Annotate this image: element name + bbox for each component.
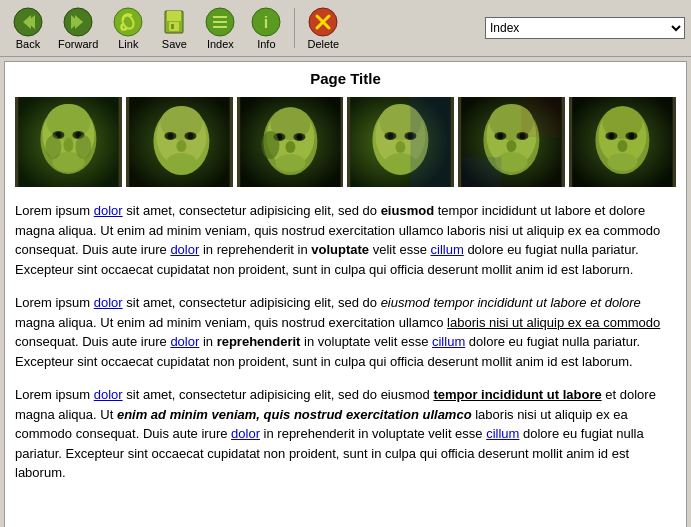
para2-italic1: eiusmod tempor incididunt ut labore et d… (381, 295, 641, 310)
para3-link1[interactable]: dolor (94, 387, 123, 402)
face-image-3 (237, 97, 344, 187)
index-dropdown: Index (485, 17, 685, 39)
svg-point-92 (608, 153, 638, 171)
para1-link1[interactable]: dolor (94, 203, 123, 218)
para2-link1[interactable]: dolor (94, 295, 123, 310)
face-image-6 (569, 97, 676, 187)
para2-bold1: reprehenderit (217, 334, 301, 349)
face-image-4 (347, 97, 454, 187)
svg-rect-80 (462, 157, 502, 187)
index-icon (204, 6, 236, 38)
toolbar: Back Forward Link (0, 0, 691, 57)
toolbar-separator (294, 8, 295, 48)
svg-rect-68 (411, 97, 451, 187)
info-button[interactable]: i Info (244, 4, 288, 52)
svg-rect-9 (167, 11, 181, 21)
svg-point-90 (629, 133, 635, 139)
face-image-5 (458, 97, 565, 187)
svg-point-6 (114, 8, 142, 36)
delete-label: Delete (307, 38, 339, 50)
svg-point-66 (396, 141, 406, 153)
svg-point-91 (618, 140, 628, 152)
save-button[interactable]: Save (152, 4, 196, 52)
save-label: Save (162, 38, 187, 50)
delete-button[interactable]: Delete (301, 4, 345, 52)
index-button[interactable]: Index (198, 4, 242, 52)
para1-bold2: voluptate (311, 242, 369, 257)
svg-rect-13 (213, 16, 227, 18)
svg-point-76 (498, 133, 504, 139)
svg-rect-14 (213, 21, 227, 23)
svg-point-42 (187, 133, 193, 139)
back-icon (12, 6, 44, 38)
info-icon: i (250, 6, 282, 38)
paragraph-1: Lorem ipsum dolor sit amet, consectetur … (15, 201, 676, 279)
para1-link3[interactable]: cillum (431, 242, 464, 257)
para3-link2[interactable]: dolor (231, 426, 260, 441)
link-label: Link (118, 38, 138, 50)
svg-point-43 (176, 140, 186, 152)
svg-point-44 (166, 153, 196, 171)
para1-bold1: eiusmod (381, 203, 434, 218)
svg-point-56 (261, 131, 279, 159)
index-label: Index (207, 38, 234, 50)
svg-point-55 (275, 154, 305, 172)
svg-point-78 (507, 140, 517, 152)
back-button[interactable]: Back (6, 4, 50, 52)
svg-point-54 (285, 141, 295, 153)
back-label: Back (16, 38, 40, 50)
para3-bold-italic1: enim ad minim veniam, quis nostrud exerc… (117, 407, 472, 422)
link-icon (112, 6, 144, 38)
face-image-2 (126, 97, 233, 187)
index-select[interactable]: Index (485, 17, 685, 39)
forward-icon (62, 6, 94, 38)
content-area: Page Title (4, 61, 687, 527)
svg-point-33 (75, 135, 91, 159)
para2-link2[interactable]: dolor (170, 334, 199, 349)
save-icon (158, 6, 190, 38)
paragraph-3: Lorem ipsum dolor sit amet, consectetur … (15, 385, 676, 483)
svg-rect-11 (171, 24, 174, 29)
svg-point-89 (609, 133, 615, 139)
delete-icon (307, 6, 339, 38)
forward-button[interactable]: Forward (52, 4, 104, 52)
svg-point-41 (167, 133, 173, 139)
page-title: Page Title (15, 70, 676, 87)
svg-point-64 (388, 133, 394, 139)
svg-rect-15 (213, 26, 227, 28)
para3-bold-underline1: tempor incididunt ut labore (433, 387, 601, 402)
para1-link2[interactable]: dolor (170, 242, 199, 257)
link-button[interactable]: Link (106, 4, 150, 52)
paragraph-2: Lorem ipsum dolor sit amet, consectetur … (15, 293, 676, 371)
svg-text:i: i (264, 14, 268, 31)
image-row (15, 97, 676, 187)
svg-point-32 (45, 135, 61, 159)
para2-link3[interactable]: cillum (432, 334, 465, 349)
svg-point-53 (296, 134, 302, 140)
info-label: Info (257, 38, 275, 50)
forward-label: Forward (58, 38, 98, 50)
para2-underline1: laboris nisi ut aliquip ex ea commodo (447, 315, 660, 330)
para3-link3[interactable]: cillum (486, 426, 519, 441)
svg-point-30 (63, 138, 73, 152)
face-image-1 (15, 97, 122, 187)
svg-rect-81 (522, 97, 562, 137)
